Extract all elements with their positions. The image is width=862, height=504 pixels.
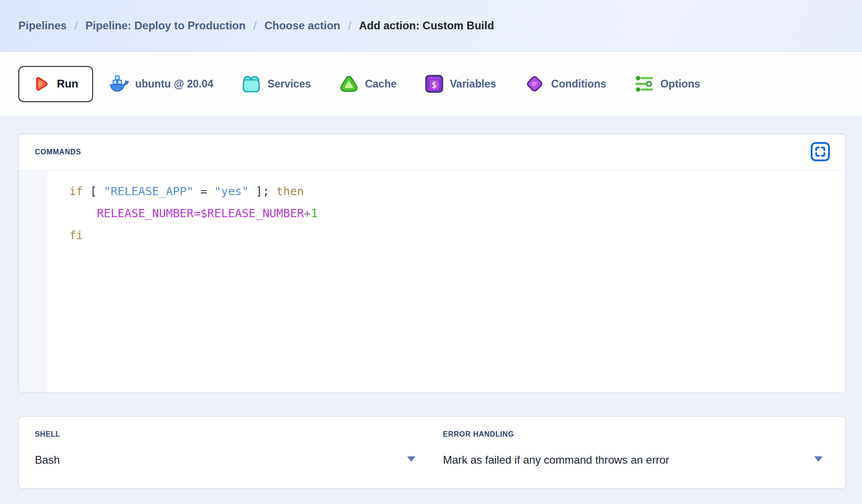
breadcrumb-item-choose-action[interactable]: Choose action	[265, 19, 340, 32]
error-handling-select[interactable]: Mark as failed if any command throws an …	[443, 454, 823, 466]
commands-title: COMMANDS	[35, 148, 81, 156]
action-toolbar: Run ubuntu @ 20.04	[0, 52, 862, 116]
fullscreen-button[interactable]	[810, 142, 830, 162]
main-content: COMMANDS if [ "RELEASE_APP"	[0, 134, 862, 489]
error-handling-field: ERROR HANDLING Mark as failed if any com…	[443, 416, 845, 488]
docker-icon	[109, 75, 129, 93]
services-icon	[242, 75, 261, 93]
tab-label: ubuntu @ 20.04	[135, 78, 214, 90]
tab-options[interactable]: Options	[635, 75, 700, 93]
tab-label: Options	[660, 78, 700, 90]
shell-label: SHELL	[35, 430, 416, 438]
tab-cache[interactable]: Cache	[339, 75, 397, 93]
tab-label: Variables	[450, 78, 496, 90]
breadcrumb-item-pipelines[interactable]: Pipelines	[18, 19, 66, 32]
options-icon	[635, 75, 654, 93]
tab-label: Cache	[365, 78, 397, 90]
shell-select[interactable]: Bash	[35, 454, 416, 466]
tab-variables[interactable]: $ Variables	[425, 75, 496, 93]
error-handling-label: ERROR HANDLING	[443, 430, 823, 438]
breadcrumb-separator: /	[74, 19, 77, 33]
tab-services[interactable]: Services	[242, 75, 311, 93]
code-line: RELEASE_NUMBER=$RELEASE_NUMBER+1	[69, 203, 318, 225]
toolbar-tabs: ubuntu @ 20.04 Services	[109, 74, 700, 94]
breadcrumb-item-pipeline-deploy[interactable]: Pipeline: Deploy to Production	[85, 19, 245, 32]
svg-text:$: $	[431, 80, 437, 90]
code-line: fi	[69, 225, 318, 247]
variables-icon: $	[425, 75, 443, 93]
breadcrumb-separator: /	[348, 19, 351, 33]
breadcrumb-separator: /	[254, 19, 257, 33]
commands-panel: COMMANDS if [ "RELEASE_APP"	[18, 134, 846, 393]
commands-panel-header: COMMANDS	[19, 134, 845, 170]
run-label: Run	[57, 77, 78, 90]
breadcrumb-item-add-action: Add action: Custom Build	[359, 19, 494, 32]
shell-value: Bash	[35, 454, 60, 466]
error-handling-value: Mark as failed if any command throws an …	[443, 454, 669, 466]
code-editor[interactable]: if [ "RELEASE_APP" = "yes" ]; then RELEA…	[19, 170, 845, 393]
settings-panel: SHELL Bash ERROR HANDLING Mark as failed…	[18, 416, 846, 489]
page-root: Pipelines / Pipeline: Deploy to Producti…	[0, 0, 862, 489]
run-button[interactable]: Run	[18, 66, 93, 102]
code-gutter	[19, 170, 47, 393]
code-line: if [ "RELEASE_APP" = "yes" ]; then	[69, 181, 318, 203]
fullscreen-icon	[810, 142, 830, 163]
shell-field: SHELL Bash	[19, 416, 443, 488]
play-icon	[33, 76, 49, 92]
tab-label: Services	[267, 78, 311, 90]
chevron-down-icon	[813, 455, 823, 465]
breadcrumb: Pipelines / Pipeline: Deploy to Producti…	[0, 0, 862, 52]
tab-environment[interactable]: ubuntu @ 20.04	[109, 75, 214, 93]
tab-label: Conditions	[551, 78, 606, 90]
chevron-down-icon	[406, 455, 416, 465]
cache-icon	[339, 75, 359, 93]
svg-text:IF: IF	[532, 81, 537, 88]
code-lines: if [ "RELEASE_APP" = "yes" ]; then RELEA…	[47, 170, 318, 393]
tab-conditions[interactable]: IF Conditions	[525, 74, 606, 94]
conditions-icon: IF	[525, 74, 545, 94]
